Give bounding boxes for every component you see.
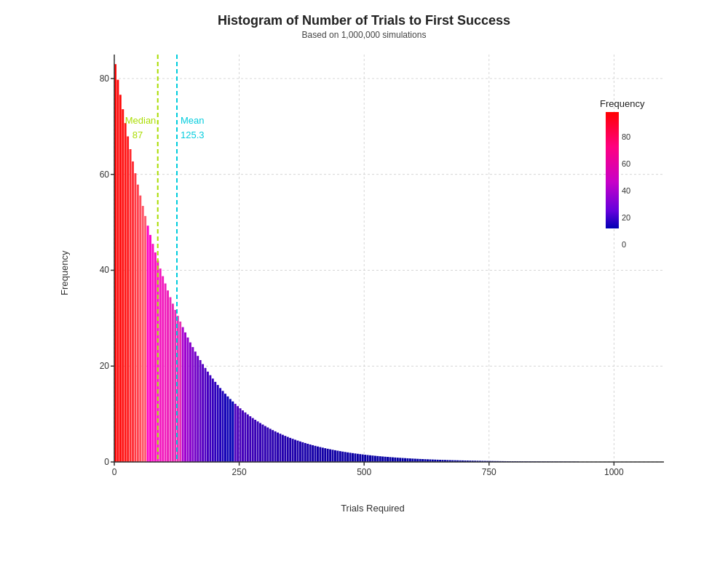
legend-gradient <box>606 112 619 228</box>
histogram-canvas <box>74 47 671 498</box>
chart-title: Histogram of Number of Trials to First S… <box>218 13 510 28</box>
legend-value-60: 60 <box>622 159 630 168</box>
plot-and-x: Trials Required <box>74 47 671 514</box>
chart-subtitle: Based on 1,000,000 simulations <box>302 30 427 40</box>
legend-value-40: 40 <box>622 186 630 195</box>
legend-labels: 80 60 40 20 0 <box>622 132 630 249</box>
y-axis-label: Frequency <box>57 47 71 498</box>
x-axis-label: Trials Required <box>74 503 671 514</box>
legend-value-80: 80 <box>622 132 630 141</box>
legend-container: Frequency 80 60 40 20 0 <box>600 98 658 231</box>
legend-value-0: 0 <box>622 240 630 249</box>
chart-area: Frequency Trials Required Frequency 80 6… <box>57 47 671 514</box>
plot-wrapper <box>74 47 671 498</box>
chart-container: Histogram of Number of Trials to First S… <box>0 0 728 582</box>
legend-title: Frequency <box>600 98 644 109</box>
legend-value-20: 20 <box>622 213 630 222</box>
